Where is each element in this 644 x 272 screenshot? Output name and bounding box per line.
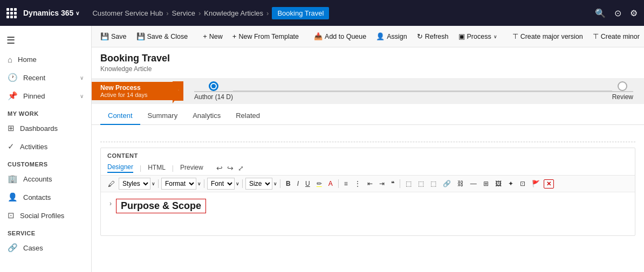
highlight-button[interactable]: ✏ [314,179,325,189]
undo-button[interactable]: ↩ [216,164,223,172]
sidebar-item-recent[interactable]: 🕐 Recent ∨ [0,68,91,87]
special-char-button[interactable]: ✦ [505,179,516,189]
align-center-button[interactable]: ⬚ [415,179,427,189]
numbering-button[interactable]: ⋮ [352,179,364,189]
review-label: Review [612,93,633,101]
new-button[interactable]: + New [198,30,227,43]
expand-button[interactable]: ⤢ [238,164,244,172]
remove-format-button[interactable]: ✕ [544,179,554,189]
author-label: Author (14 D) [194,93,233,101]
font-select[interactable]: Font [207,178,235,190]
new-icon: + [203,32,207,40]
breadcrumb-current: Booking Travel [272,7,329,19]
decrease-indent-button[interactable]: ⇤ [365,179,375,189]
editor-tab-preview[interactable]: Preview [180,164,203,172]
breadcrumb-service[interactable]: Service [172,9,195,17]
recent-chevron: ∨ [80,75,84,81]
content-label: CONTENT [101,148,635,161]
editor-area: CONTENT Designer | HTML | Preview ↩ ↪ ⤢ [92,125,644,272]
new-from-template-button[interactable]: + New From Template [228,30,303,43]
author-circle [209,81,218,91]
active-process-stage[interactable]: New Process Active for 14 days [92,82,173,100]
font-arrow: ∨ [236,181,239,186]
tab-related[interactable]: Related [228,107,268,125]
align-right-button[interactable]: ⬚ [428,179,439,189]
fmt-sep-1 [158,179,159,188]
sidebar-item-home[interactable]: ⌂ Home [0,51,91,68]
bold-button[interactable]: B [283,179,293,189]
pinned-chevron: ∨ [80,93,84,99]
save-button[interactable]: 💾 Save [96,30,131,43]
sidebar-item-activities[interactable]: ✓ Activities [0,137,91,156]
stage-subtitle: Active for 14 days [100,92,165,98]
refresh-icon: ↻ [417,32,423,40]
brand-chevron: ∨ [76,10,79,16]
tab-summary[interactable]: Summary [140,107,186,125]
command-bar: 💾 Save 💾 Save & Close + New + New From T… [92,26,644,47]
flag-button[interactable]: 🚩 [529,179,543,189]
editor-tab-designer[interactable]: Designer [107,163,133,173]
underline-button[interactable]: U [303,179,313,189]
sidebar-item-dashboards[interactable]: ⊞ Dashboards [0,119,91,137]
article-title-input[interactable] [100,130,475,138]
process-node-author[interactable]: Author (14 D) [194,81,233,101]
brand-name[interactable]: Dynamics 365 ∨ [23,9,79,17]
unlink-button[interactable]: ⛓ [455,179,467,189]
bullets-button[interactable]: ≡ [341,179,351,189]
help-nav-button[interactable]: ⊙ [614,8,621,18]
redo-button[interactable]: ↪ [227,164,234,172]
save-close-button[interactable]: 💾 Save & Close [132,30,193,43]
link-button[interactable]: 🔗 [440,179,454,189]
process-bar: New Process Active for 14 days ‹ Author … [92,78,644,104]
top-nav: Dynamics 365 ∨ Customer Service Hub › Se… [0,0,644,26]
sidebar-item-pinned[interactable]: 📌 Pinned ∨ [0,87,91,105]
settings-nav-button[interactable]: ⚙ [630,8,638,18]
article-title: Booking Travel [100,53,635,64]
add-to-queue-button[interactable]: 📥 Add to Queue [310,30,371,43]
editor-tab-html[interactable]: HTML [148,164,166,172]
cases-icon: 🔗 [8,243,18,253]
hr-button[interactable]: — [468,179,479,189]
sidebar-item-cases[interactable]: 🔗 Cases [0,239,91,257]
image-button[interactable]: 🖼 [492,179,504,189]
social-profiles-icon: ⊡ [8,211,15,220]
size-select[interactable]: Size [245,178,272,190]
process-button[interactable]: ▣ Process ∨ [454,30,502,43]
search-nav-button[interactable]: 🔍 [595,8,606,18]
fmt-sep-4 [280,179,280,188]
sidebar-item-social-profiles[interactable]: ⊡ Social Profiles [0,206,91,225]
font-color-button[interactable]: A [326,179,335,189]
assign-button[interactable]: 👤 Assign [372,30,412,43]
increase-indent-button[interactable]: ⇥ [376,179,387,189]
create-minor-button[interactable]: ⊤ Create minor [588,30,644,43]
process-node-review[interactable]: Review [612,81,633,101]
sidebar-toggle[interactable]: ☰ [0,30,91,51]
app-launcher-icon[interactable] [6,8,17,18]
process-track: Author (14 D) Review [183,81,644,101]
create-major-button[interactable]: ⊤ Create major version [508,30,587,43]
align-left-button[interactable]: ⬚ [403,179,414,189]
format-bar: 🖊 Styles ∨ Format ∨ Font ∨ [101,176,635,192]
table-button[interactable]: ⊞ [481,179,491,189]
tab-analytics[interactable]: Analytics [185,107,228,125]
expand-arrow: › [109,200,112,207]
process-icon: ▣ [458,32,465,40]
snippet-button[interactable]: ⊡ [517,179,528,189]
styles-select[interactable]: Styles [119,178,150,190]
refresh-button[interactable]: ↻ Refresh [413,30,453,43]
fmt-sep-5 [338,179,339,188]
new-template-icon: + [232,32,237,40]
add-queue-icon: 📥 [314,32,323,40]
blockquote-button[interactable]: ❝ [388,179,397,189]
format-select[interactable]: Format [161,178,196,190]
sidebar-item-contacts[interactable]: 👤 Contacts [0,188,91,206]
breadcrumb-csh[interactable]: Customer Service Hub [92,9,163,17]
italic-button[interactable]: I [294,179,302,189]
styles-arrow: ∨ [152,181,155,186]
editor-content[interactable]: › Purpose & Scope [101,192,635,235]
assign-icon: 👤 [376,32,385,40]
breadcrumb-ka[interactable]: Knowledge Articles [204,9,263,17]
tab-content[interactable]: Content [100,107,140,125]
top-nav-right: 🔍 ⊙ ⚙ [595,8,638,18]
sidebar-item-accounts[interactable]: 🏢 Accounts [0,170,91,188]
